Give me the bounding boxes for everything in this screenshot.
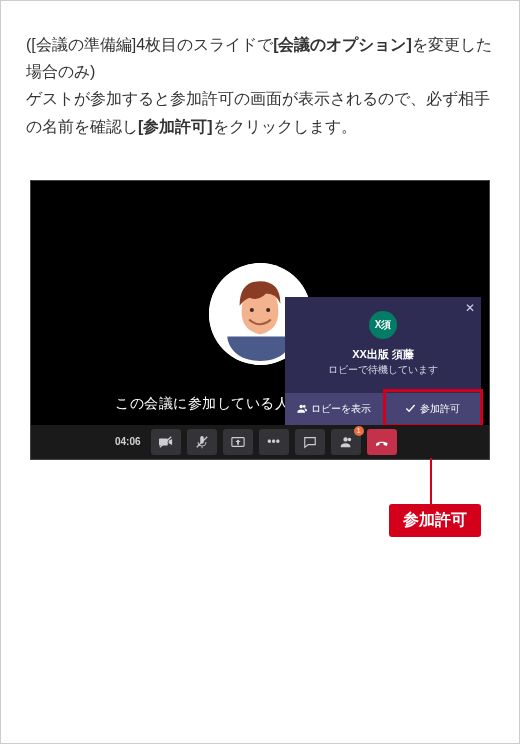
ellipsis-icon: •••: [267, 435, 280, 449]
admit-label: 参加許可: [420, 402, 460, 416]
callout-connector: [430, 458, 432, 504]
camera-button[interactable]: [151, 429, 181, 455]
more-button[interactable]: •••: [259, 429, 289, 455]
svg-point-1: [250, 308, 254, 312]
guest-name: XX出版 須藤: [285, 347, 481, 362]
view-lobby-label: ロビーを表示: [311, 402, 371, 416]
people-badge: 1: [354, 426, 364, 436]
people-icon: [296, 403, 307, 414]
view-lobby-button[interactable]: ロビーを表示: [285, 393, 384, 425]
figure-stage: この会議に参加している人は他にいません。 ✕ X須 XX出版 須藤 ロビーで待機…: [30, 180, 490, 560]
meeting-toolbar: 04:06 ••• 1: [31, 425, 489, 459]
para-bold-2: [参加許可]: [138, 118, 213, 135]
lobby-waiting-text: ロビーで待機しています: [285, 363, 481, 377]
camera-off-icon: [159, 435, 173, 449]
admit-callout-label: 参加許可: [389, 504, 481, 537]
mic-off-icon: [195, 435, 209, 449]
popup-actions: ロビーを表示 参加許可: [285, 393, 481, 425]
check-icon: [405, 403, 416, 414]
teams-meeting-window: この会議に参加している人は他にいません。 ✕ X須 XX出版 須藤 ロビーで待機…: [30, 180, 490, 460]
hangup-button[interactable]: [367, 429, 397, 455]
guest-avatar: X須: [369, 311, 397, 339]
hangup-icon: [375, 435, 389, 449]
para-text: ([会議の準備編]4枚目のスライドで: [26, 36, 273, 53]
admit-button[interactable]: 参加許可: [384, 393, 482, 425]
chat-icon: [303, 435, 317, 449]
chat-button[interactable]: [295, 429, 325, 455]
close-icon[interactable]: ✕: [465, 301, 475, 315]
para-bold-1: [会議のオプション]: [273, 36, 412, 53]
share-screen-icon: [231, 435, 245, 449]
call-timer: 04:06: [115, 436, 141, 447]
para-text: をクリックします。: [213, 118, 357, 135]
people-icon: [339, 435, 353, 449]
instruction-paragraph: ([会議の準備編]4枚目のスライドで[会議のオプション]を変更した場合のみ) ゲ…: [26, 31, 494, 140]
share-button[interactable]: [223, 429, 253, 455]
mic-button[interactable]: [187, 429, 217, 455]
svg-point-2: [266, 308, 270, 312]
lobby-notification-popup: ✕ X須 XX出版 須藤 ロビーで待機しています ロビーを表示 参加許可: [285, 297, 481, 425]
people-button[interactable]: 1: [331, 429, 361, 455]
